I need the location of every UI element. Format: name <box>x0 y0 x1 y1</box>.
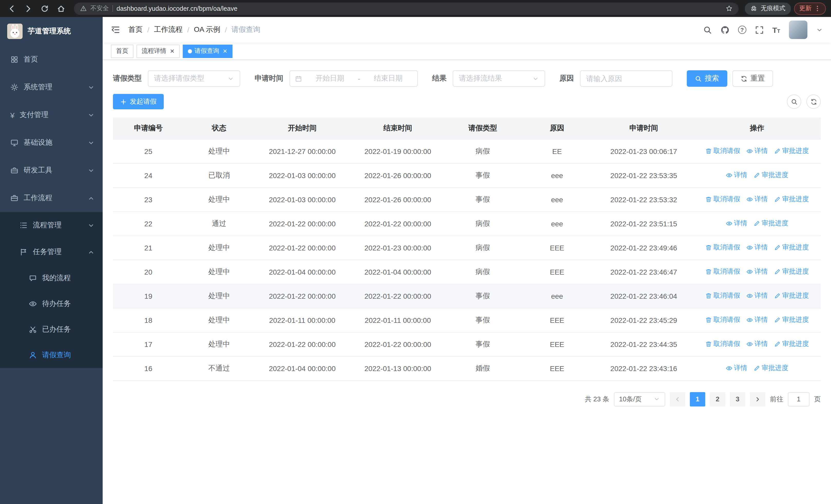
cancel-leave-link[interactable]: 取消请假 <box>705 243 740 252</box>
close-tab-icon[interactable] <box>170 49 174 53</box>
result-select[interactable]: 请选择流结果 <box>453 70 545 87</box>
sidebar-item-done-tasks[interactable]: 已办任务 <box>0 317 103 342</box>
table-row[interactable]: 21处理中2022-01-22 00:00:002022-01-23 00:00… <box>113 236 821 260</box>
approval-progress-link[interactable]: 审批进度 <box>774 291 809 300</box>
reason-input[interactable] <box>580 70 672 87</box>
app-logo[interactable]: 芋道管理系统 <box>0 17 103 46</box>
detail-link[interactable]: 详情 <box>746 291 768 300</box>
approval-progress-link[interactable]: 审批进度 <box>753 364 789 373</box>
breadcrumb-separator <box>225 26 227 34</box>
sidebar-item-infra[interactable]: 基础设施 <box>0 129 103 156</box>
leave-type-select[interactable]: 请选择请假类型 <box>148 70 240 87</box>
home-button[interactable] <box>54 2 68 15</box>
detail-link[interactable]: 详情 <box>746 195 768 204</box>
header-search-button[interactable] <box>703 25 712 34</box>
breadcrumb-item[interactable]: 工作流程 <box>154 25 183 34</box>
browser-update-button[interactable]: 更新 <box>794 2 826 14</box>
reset-button[interactable]: 重置 <box>733 70 773 87</box>
next-page-button[interactable] <box>750 392 765 406</box>
table-cell: 2022-01-23 00:00:00 <box>350 236 446 260</box>
cancel-leave-link[interactable]: 取消请假 <box>705 316 740 325</box>
sidebar-collapse-button[interactable] <box>111 25 120 34</box>
total-count: 共 23 条 <box>585 394 609 404</box>
page-button-2[interactable]: 2 <box>710 392 725 406</box>
tags-view-bar: 首页 流程详情 请假查询 <box>103 42 831 60</box>
approval-progress-link[interactable]: 审批进度 <box>774 267 809 276</box>
kebab-menu-icon[interactable] <box>814 5 821 12</box>
detail-link[interactable]: 详情 <box>726 364 747 373</box>
sidebar-item-payment[interactable]: ¥ 支付管理 <box>0 101 103 129</box>
table-row[interactable]: 19处理中2022-01-22 00:00:002022-01-22 00:00… <box>113 284 821 308</box>
help-icon[interactable]: ? <box>738 26 746 34</box>
table-row[interactable]: 25处理中2021-12-27 00:00:002022-01-19 00:00… <box>113 139 821 163</box>
detail-link[interactable]: 详情 <box>726 171 747 180</box>
cancel-leave-link[interactable]: 取消请假 <box>705 195 740 204</box>
detail-link[interactable]: 详情 <box>746 316 768 325</box>
sidebar-item-devtools[interactable]: 研发工具 <box>0 156 103 184</box>
breadcrumb-item[interactable]: OA 示例 <box>194 25 221 34</box>
toggle-search-button[interactable] <box>787 94 801 109</box>
chevron-up-icon <box>88 249 94 255</box>
table-row[interactable]: 22通过2022-01-22 00:00:002022-01-22 00:00:… <box>113 211 821 236</box>
back-button[interactable] <box>5 2 19 15</box>
cancel-leave-link[interactable]: 取消请假 <box>705 339 740 349</box>
fullscreen-button[interactable] <box>755 25 764 34</box>
detail-link[interactable]: 详情 <box>746 339 768 349</box>
sidebar-item-home[interactable]: 首页 <box>0 46 103 73</box>
table-row[interactable]: 23处理中2022-01-03 00:00:002022-01-26 00:00… <box>113 187 821 211</box>
search-button[interactable]: 搜索 <box>687 70 727 87</box>
font-size-icon[interactable]: TT <box>772 26 780 34</box>
prev-page-button[interactable] <box>670 392 685 406</box>
cancel-leave-link[interactable]: 取消请假 <box>705 267 740 276</box>
detail-link[interactable]: 详情 <box>746 243 768 252</box>
approval-progress-link[interactable]: 审批进度 <box>774 243 809 252</box>
sidebar-item-todo-tasks[interactable]: 待办任务 <box>0 291 103 317</box>
sidebar-item-system[interactable]: 系统管理 <box>0 73 103 101</box>
detail-link[interactable]: 详情 <box>746 267 768 276</box>
approval-progress-link[interactable]: 审批进度 <box>774 339 809 349</box>
tab-process-detail[interactable]: 流程详情 <box>137 45 180 58</box>
reload-button[interactable] <box>38 2 51 15</box>
sidebar-item-my-process[interactable]: 我的流程 <box>0 265 103 291</box>
approval-progress-link-label: 审批进度 <box>782 339 809 349</box>
apply-time-range-picker[interactable]: 开始日期 - 结束日期 <box>289 70 418 87</box>
table-row[interactable]: 16不通过2022-01-04 00:00:002022-01-13 00:00… <box>113 356 821 380</box>
sidebar-item-workflow[interactable]: 工作流程 <box>0 184 103 212</box>
table-row[interactable]: 20处理中2022-01-04 00:00:002022-01-04 00:00… <box>113 260 821 284</box>
page-size-select[interactable]: 10条/页 <box>614 392 665 406</box>
table-row[interactable]: 17处理中2022-01-22 00:00:002022-01-22 00:00… <box>113 332 821 356</box>
chevron-down-icon <box>88 112 94 118</box>
chevron-down-icon[interactable] <box>816 26 823 33</box>
refresh-table-button[interactable] <box>806 94 821 109</box>
create-leave-button[interactable]: 发起请假 <box>113 94 164 109</box>
tab-leave-query[interactable]: 请假查询 <box>183 45 232 58</box>
sidebar-item-process-mgmt[interactable]: 流程管理 <box>0 212 103 239</box>
table-row[interactable]: 18处理中2022-01-11 00:00:002022-01-11 00:00… <box>113 308 821 332</box>
approval-progress-link[interactable]: 审批进度 <box>753 219 789 228</box>
page-button-3[interactable]: 3 <box>730 392 745 406</box>
page-size-value: 10条/页 <box>619 394 641 404</box>
user-avatar[interactable] <box>789 21 807 39</box>
page-button-1[interactable]: 1 <box>690 392 705 406</box>
detail-link[interactable]: 详情 <box>726 219 747 228</box>
table-cell: 2022-01-22 00:00:00 <box>350 332 446 356</box>
approval-progress-link[interactable]: 审批进度 <box>774 195 809 204</box>
detail-link[interactable]: 详情 <box>746 147 768 156</box>
gear-icon <box>10 83 19 91</box>
forward-button[interactable] <box>22 2 35 15</box>
close-tab-icon[interactable] <box>223 49 227 53</box>
address-bar[interactable]: 不安全 dashboard.yudao.iocoder.cn/bpm/oa/le… <box>74 2 739 14</box>
goto-page-input[interactable] <box>788 392 809 406</box>
cancel-leave-link[interactable]: 取消请假 <box>705 291 740 300</box>
github-link[interactable] <box>720 25 729 34</box>
tab-home[interactable]: 首页 <box>111 45 134 58</box>
sidebar-item-task-mgmt[interactable]: 任务管理 <box>0 239 103 265</box>
breadcrumb-item[interactable]: 首页 <box>128 25 143 34</box>
approval-progress-link[interactable]: 审批进度 <box>774 316 809 325</box>
bookmark-star-button[interactable] <box>726 5 733 12</box>
table-row[interactable]: 24已取消2022-01-03 00:00:002022-01-26 00:00… <box>113 163 821 187</box>
sidebar-item-leave-query[interactable]: 请假查询 <box>0 342 103 368</box>
cancel-leave-link[interactable]: 取消请假 <box>705 147 740 156</box>
approval-progress-link[interactable]: 审批进度 <box>753 171 789 180</box>
approval-progress-link[interactable]: 审批进度 <box>774 147 809 156</box>
